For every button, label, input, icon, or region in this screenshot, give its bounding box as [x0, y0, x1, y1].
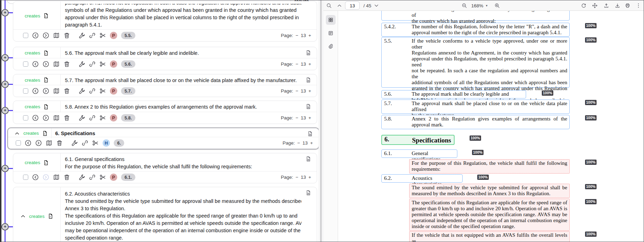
pdf-annotation-box[interactable]: 5.6. The approval mark shall be clearly …: [381, 90, 526, 98]
download-icon[interactable]: [613, 0, 622, 11]
page-increment-button[interactable]: +: [308, 175, 311, 180]
circle-arrow-left-icon[interactable]: [32, 174, 39, 181]
pdf-paragraph-box[interactable]: If the vehicle that is not equipped with…: [409, 231, 570, 242]
tree-node-add-button[interactable]: +: [1, 223, 9, 230]
document-icon[interactable]: [306, 190, 311, 196]
annotation-card-5-5[interactable]: creates paragraph 5.4.1. need not be rep…: [13, 1, 317, 42]
wrench-icon[interactable]: [78, 32, 85, 39]
trash-icon[interactable]: [63, 174, 70, 181]
circle-arrow-left-icon[interactable]: [32, 32, 39, 39]
wrench-icon[interactable]: [78, 115, 85, 121]
document-icon[interactable]: [307, 131, 313, 137]
circle-arrow-left-icon[interactable]: [32, 88, 39, 94]
map-icon[interactable]: [53, 174, 60, 181]
trash-icon[interactable]: [63, 32, 70, 39]
zoom-caret-down-icon[interactable]: ▾: [485, 0, 489, 11]
tree-node-add-button[interactable]: +: [1, 107, 9, 114]
previous-page-button[interactable]: [335, 0, 344, 11]
next-page-button[interactable]: [372, 0, 381, 11]
page-increment-button[interactable]: +: [308, 88, 311, 94]
circle-arrow-right-icon[interactable]: [43, 115, 49, 121]
section-pill[interactable]: 5.6.: [121, 60, 135, 68]
zoom-out-icon[interactable]: [460, 0, 469, 11]
scissors-icon[interactable]: [99, 115, 106, 121]
pdf-paragraph-box[interactable]: The specifications of this Regulation ar…: [409, 199, 570, 231]
circle-arrow-left-icon[interactable]: [32, 61, 39, 67]
page-increment-button[interactable]: +: [310, 140, 313, 146]
type-badge-paragraph[interactable]: P: [110, 114, 117, 122]
annotation-card-6-selected[interactable]: creates 6. Specifications H 6. Page:: [7, 127, 319, 149]
zoom-in-icon[interactable]: [493, 0, 501, 11]
rotate-icon[interactable]: [579, 0, 588, 11]
print-icon[interactable]: [623, 0, 632, 11]
map-icon[interactable]: [53, 115, 60, 121]
circle-arrow-right-icon[interactable]: [43, 88, 49, 94]
section-pill[interactable]: 5.8.: [121, 114, 135, 122]
select-checkbox[interactable]: [23, 115, 28, 120]
scissors-icon[interactable]: [99, 61, 106, 67]
select-checkbox[interactable]: [16, 140, 21, 146]
pdf-heading-box[interactable]: 6. Specifications: [381, 135, 455, 145]
tree-node-add-button[interactable]: +: [1, 54, 9, 61]
page-decrement-button[interactable]: −: [295, 115, 298, 120]
circle-arrow-left-icon[interactable]: [32, 115, 39, 121]
page-decrement-button[interactable]: −: [295, 61, 298, 67]
circle-arrow-right-icon[interactable]: [35, 140, 42, 146]
map-icon[interactable]: [46, 140, 52, 146]
type-badge-heading[interactable]: H: [103, 139, 110, 147]
upload-icon[interactable]: [602, 0, 611, 11]
search-icon[interactable]: [325, 0, 333, 11]
scissors-icon[interactable]: [99, 174, 106, 181]
outline-view-button[interactable]: [326, 28, 336, 38]
link-icon[interactable]: [89, 88, 96, 94]
select-checkbox[interactable]: [23, 61, 28, 67]
attachments-button[interactable]: [326, 42, 336, 51]
page-decrement-button[interactable]: −: [295, 88, 298, 94]
tree-node-add-button[interactable]: +: [1, 9, 9, 16]
scissors-icon[interactable]: [92, 140, 99, 146]
page-decrement-button[interactable]: −: [295, 33, 298, 38]
trash-icon[interactable]: [63, 88, 70, 94]
page-increment-button[interactable]: +: [308, 61, 311, 67]
link-icon[interactable]: [89, 61, 96, 67]
wrench-icon[interactable]: [78, 61, 85, 67]
kebab-menu-icon[interactable]: [635, 0, 642, 11]
type-badge-paragraph[interactable]: P: [110, 174, 117, 181]
scissors-icon[interactable]: [99, 88, 106, 94]
wrench-icon[interactable]: [78, 174, 85, 181]
map-icon[interactable]: [53, 32, 60, 39]
pan-tool-icon[interactable]: [590, 0, 599, 11]
wrench-icon[interactable]: [71, 140, 78, 146]
document-icon[interactable]: [306, 50, 311, 56]
page-decrement-button[interactable]: −: [295, 175, 298, 180]
section-pill[interactable]: 5.7.: [121, 87, 135, 95]
document-icon[interactable]: [306, 77, 311, 83]
select-checkbox[interactable]: [23, 33, 28, 38]
link-icon[interactable]: [82, 140, 88, 146]
pdf-annotation-box[interactable]: 5.7. The approval mark shall be placed c…: [381, 100, 570, 114]
splitter-handle[interactable]: [321, 0, 321, 242]
document-icon[interactable]: [306, 104, 311, 109]
type-badge-paragraph[interactable]: P: [110, 87, 117, 95]
pdf-annotation-box[interactable]: 6.2. Acoustics characteristics: [381, 174, 463, 183]
chevron-up-icon[interactable]: [20, 213, 26, 219]
document-icon[interactable]: [306, 156, 311, 162]
tree-node-add-button[interactable]: +: [1, 81, 9, 88]
pdf-annotation-box[interactable]: a circle surrounding the letter "E" foll…: [381, 11, 570, 21]
page-decrement-button[interactable]: −: [297, 140, 300, 146]
zoom-level-value[interactable]: 168%: [470, 0, 485, 11]
page-number-input[interactable]: [345, 1, 360, 10]
trash-icon[interactable]: [63, 115, 70, 121]
pdf-annotation-box[interactable]: 5.8. Annex 2 to this Regulation gives ex…: [381, 115, 570, 129]
pdf-paragraph-box[interactable]: For the purpose of this Regulation, the …: [409, 159, 570, 174]
scissors-icon[interactable]: [99, 32, 106, 39]
select-checkbox[interactable]: [23, 175, 28, 180]
trash-icon[interactable]: [56, 140, 63, 146]
section-pill[interactable]: 6.: [114, 139, 124, 147]
pdf-annotation-box[interactable]: 6.1. General specifications: [381, 149, 457, 158]
type-badge-paragraph[interactable]: P: [110, 32, 117, 39]
link-icon[interactable]: [89, 174, 96, 181]
thumbnails-view-button[interactable]: [326, 15, 336, 25]
pdf-paragraph-box[interactable]: The sound emitted by the vehicle type su…: [409, 184, 570, 198]
map-icon[interactable]: [53, 61, 60, 67]
